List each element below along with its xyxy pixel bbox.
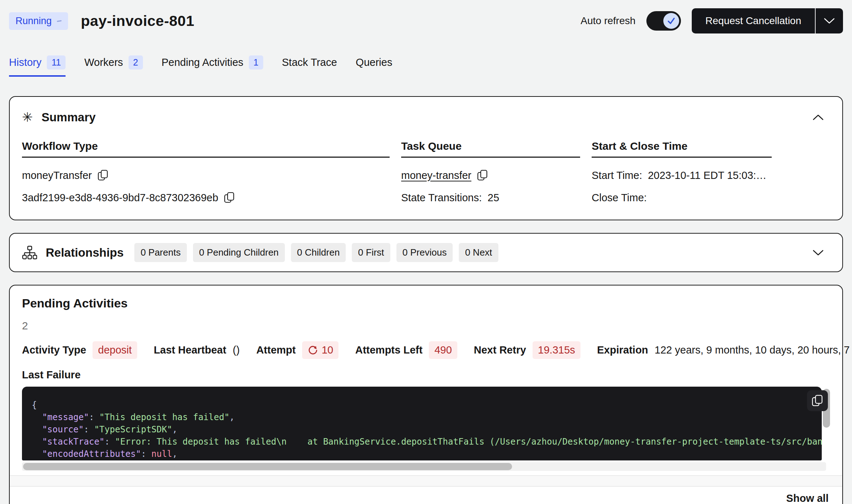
tab-workers[interactable]: Workers 2 — [84, 55, 143, 77]
expiration-field: Expiration 122 years, 9 months, 10 days,… — [597, 344, 852, 356]
activity-type-field: Activity Type deposit — [22, 341, 137, 359]
toggle-knob — [663, 13, 679, 29]
next-retry-badge: 19.315s — [533, 341, 580, 359]
pending-activity-number: 2 — [22, 320, 830, 332]
status-badge: Running — [9, 12, 68, 30]
close-time-label: Close Time: — [592, 192, 647, 204]
task-queue-column: Task Queue money-transfer State Transiti… — [401, 140, 580, 204]
summary-grid: Workflow Type moneyTransfer 3adf2199-e3d… — [22, 140, 830, 204]
horizontal-scrollbar-thumb[interactable] — [23, 463, 512, 470]
workflow-type-value: moneyTransfer — [22, 170, 92, 181]
tab-label: Stack Trace — [282, 57, 337, 68]
tab-count-badge: 11 — [47, 55, 66, 69]
tab-label: Pending Activities — [162, 57, 243, 68]
tab-bar: History 11 Workers 2 Pending Activities … — [9, 55, 843, 77]
status-label: Running — [15, 15, 52, 27]
copy-icon — [224, 192, 235, 203]
pending-activities-title: Pending Activities — [22, 296, 830, 310]
last-heartbeat-field: Last Heartbeat () — [154, 344, 240, 356]
relationships-expand-button[interactable] — [812, 249, 824, 256]
code-horizontal-scrollbar — [22, 462, 826, 471]
previous-badge: 0 Previous — [396, 243, 453, 262]
hierarchy-icon — [22, 245, 37, 260]
last-failure-code-area: { "message": "This deposit has failed", … — [22, 387, 830, 460]
time-column: Start & Close Time Start Time: 2023-10-1… — [592, 140, 830, 204]
relationships-title: Relationships — [46, 246, 124, 260]
code-line: { — [32, 399, 815, 411]
workflow-type-column: Workflow Type moneyTransfer 3adf2199-e3d… — [22, 140, 390, 204]
auto-refresh-toggle[interactable] — [646, 11, 681, 31]
copy-failure-json-button[interactable] — [807, 390, 828, 411]
copy-icon — [98, 170, 108, 181]
children-badge: 0 Children — [291, 243, 346, 262]
relationships-card: Relationships 0 Parents 0 Pending Childr… — [9, 233, 843, 272]
request-cancellation-button[interactable]: Request Cancellation — [692, 8, 815, 33]
tab-label: History — [9, 57, 41, 68]
chevron-down-icon — [824, 18, 835, 24]
first-badge: 0 First — [352, 243, 390, 262]
state-transitions-value: 25 — [488, 192, 499, 204]
tab-history[interactable]: History 11 — [9, 55, 66, 77]
copy-workflow-type-button[interactable] — [98, 170, 108, 181]
activity-type-badge: deposit — [93, 341, 137, 359]
parents-badge: 0 Parents — [134, 243, 187, 262]
attempt-label: Attempt — [256, 344, 296, 356]
retry-icon — [308, 345, 318, 356]
next-badge: 0 Next — [459, 243, 498, 262]
pending-children-badge: 0 Pending Children — [193, 243, 285, 262]
page-header: Running pay-invoice-801 Auto refresh Req… — [9, 8, 843, 34]
summary-collapse-button[interactable] — [812, 114, 824, 121]
tab-queries[interactable]: Queries — [356, 55, 393, 77]
copy-task-queue-button[interactable] — [477, 170, 488, 181]
copy-run-id-button[interactable] — [224, 192, 235, 203]
expiration-label: Expiration — [597, 344, 648, 356]
code-line: "message": "This deposit has failed", — [32, 411, 815, 423]
show-all-link[interactable]: Show all — [786, 492, 829, 504]
workflow-type-heading: Workflow Type — [22, 140, 390, 158]
next-retry-field: Next Retry 19.315s — [474, 341, 580, 359]
start-time-value: 2023-10-11 EDT 15:03:… — [648, 170, 766, 181]
show-all-row: Show all — [22, 492, 830, 504]
page-title: pay-invoice-801 — [81, 13, 194, 30]
pending-activity-fields: Activity Type deposit Last Heartbeat () … — [22, 341, 830, 359]
summary-icon: ✳ — [22, 111, 33, 124]
start-time-label: Start Time: — [592, 170, 642, 181]
chevron-up-icon — [812, 114, 824, 121]
tab-count-badge: 2 — [129, 55, 143, 69]
last-failure-label: Last Failure — [22, 369, 830, 381]
attempt-field: Attempt 10 — [256, 341, 339, 359]
tab-pending-activities[interactable]: Pending Activities 1 — [162, 55, 263, 77]
task-queue-link[interactable]: money-transfer — [401, 170, 471, 181]
tab-stack-trace[interactable]: Stack Trace — [282, 55, 337, 77]
state-transitions-label: State Transitions: — [401, 192, 482, 204]
summary-card: ✳ Summary Workflow Type moneyTransfer — [9, 96, 843, 220]
copy-icon — [812, 395, 823, 407]
activity-type-label: Activity Type — [22, 344, 86, 356]
attempts-left-label: Attempts Left — [355, 344, 422, 356]
relationships-badges: 0 Parents 0 Pending Children 0 Children … — [134, 243, 498, 262]
summary-card-header: ✳ Summary — [22, 111, 830, 124]
run-id-value: 3adf2199-e3d8-4936-9bd7-8c87302369eb — [22, 192, 218, 204]
summary-title: Summary — [41, 111, 95, 124]
last-heartbeat-label: Last Heartbeat — [154, 344, 226, 356]
copy-icon — [477, 170, 488, 181]
tab-label: Queries — [356, 57, 393, 68]
request-cancellation-label: Request Cancellation — [705, 15, 801, 27]
attempts-left-field: Attempts Left 490 — [355, 341, 457, 359]
code-line: "stackTrace": "Error: This deposit has f… — [32, 436, 815, 448]
time-heading: Start & Close Time — [592, 140, 772, 158]
attempts-left-badge: 490 — [429, 341, 457, 359]
attempt-badge: 10 — [302, 341, 338, 359]
collapsed-activity-row — [10, 475, 842, 487]
check-icon — [667, 16, 676, 26]
last-heartbeat-value: () — [233, 344, 239, 356]
code-line: "source": "TypeScriptSDK", — [32, 423, 815, 436]
tab-label: Workers — [84, 57, 123, 68]
request-cancellation-split-button: Request Cancellation — [692, 8, 843, 33]
auto-refresh-label: Auto refresh — [580, 15, 636, 27]
pending-activities-card: Pending Activities 2 Activity Type depos… — [9, 285, 843, 504]
next-retry-label: Next Retry — [474, 344, 526, 356]
cancellation-menu-button[interactable] — [816, 8, 843, 33]
header-actions: Auto refresh Request Cancellation — [580, 8, 843, 33]
expiration-value: 122 years, 9 months, 10 days, 20 hours, … — [655, 344, 852, 356]
